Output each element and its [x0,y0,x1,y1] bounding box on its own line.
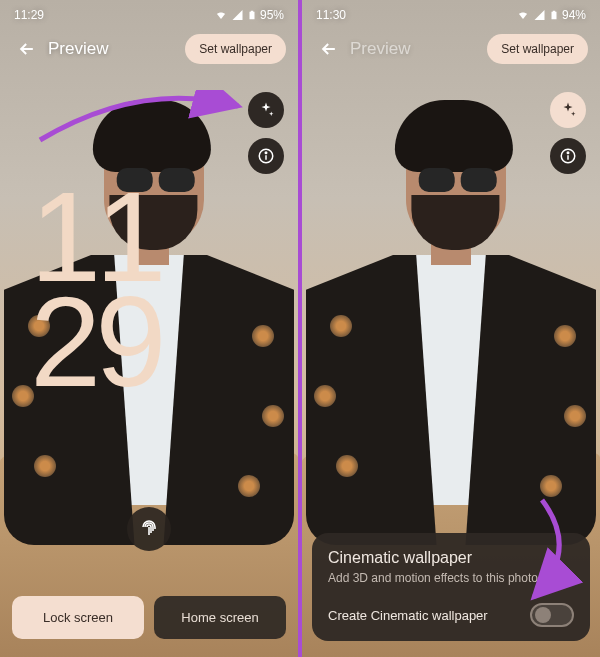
status-icons: 95% [214,8,284,22]
battery-icon [549,8,559,22]
panel-subtitle: Add 3D and motion effects to this photo [328,571,574,585]
info-icon [559,147,577,165]
battery-icon [247,8,257,22]
page-title: Preview [350,39,487,59]
svg-point-2 [265,152,267,154]
left-screenshot: 11:29 95% Preview Set wallpaper 11 29 Lo… [0,0,298,657]
back-button[interactable] [12,34,42,64]
info-button[interactable] [248,138,284,174]
set-wallpaper-button[interactable]: Set wallpaper [487,34,588,64]
effects-button[interactable] [248,92,284,128]
tab-lock-screen[interactable]: Lock screen [12,596,144,639]
battery-pct: 94% [562,8,586,22]
cinematic-panel: Cinematic wallpaper Add 3D and motion ef… [312,533,590,641]
set-wallpaper-button[interactable]: Set wallpaper [185,34,286,64]
signal-icon [533,9,546,21]
status-bar: 11:30 94% [302,0,600,30]
clock-minute: 29 [30,290,160,395]
lock-clock: 11 29 [30,185,160,395]
battery-pct: 95% [260,8,284,22]
fingerprint-icon [137,517,161,541]
status-time: 11:30 [316,8,346,22]
effects-button[interactable] [550,92,586,128]
arrow-left-icon [319,39,339,59]
back-button[interactable] [314,34,344,64]
info-button[interactable] [550,138,586,174]
panel-title: Cinematic wallpaper [328,549,574,567]
status-bar: 11:29 95% [0,0,298,30]
wifi-icon [214,9,228,21]
preview-tabs: Lock screen Home screen [12,596,286,639]
fingerprint-button[interactable] [127,507,171,551]
header: Preview Set wallpaper [302,34,600,64]
status-icons: 94% [516,8,586,22]
svg-point-5 [567,152,569,154]
cinematic-toggle[interactable] [530,603,574,627]
page-title: Preview [48,39,185,59]
right-screenshot: 11:30 94% Preview Set wallpaper Cinemati… [302,0,600,657]
status-time: 11:29 [14,8,44,22]
sparkle-icon [559,101,577,119]
toggle-label: Create Cinematic wallpaper [328,608,488,623]
header: Preview Set wallpaper [0,34,298,64]
wifi-icon [516,9,530,21]
sparkle-icon [257,101,275,119]
signal-icon [231,9,244,21]
info-icon [257,147,275,165]
arrow-left-icon [17,39,37,59]
tab-home-screen[interactable]: Home screen [154,596,286,639]
